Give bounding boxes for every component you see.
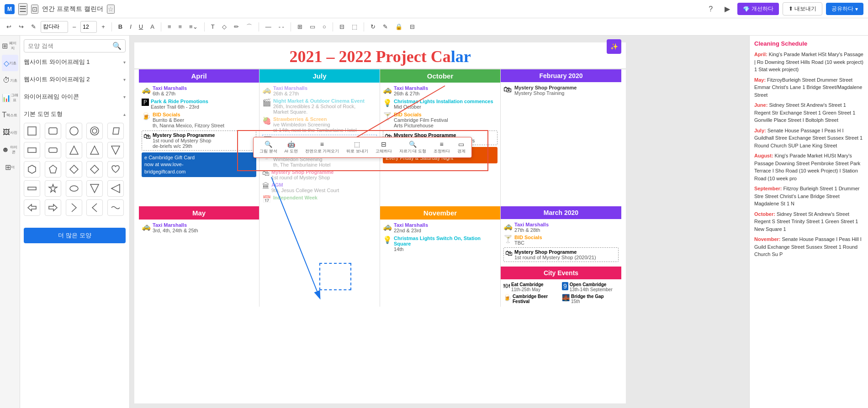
font-increase[interactable]: + xyxy=(99,21,108,32)
shape-parallelogram[interactable] xyxy=(107,123,124,139)
shape-triangle[interactable] xyxy=(66,142,82,158)
rotate-button[interactable]: ↻ xyxy=(368,21,378,32)
shape-triangle4[interactable] xyxy=(86,180,103,197)
shape-diamond[interactable] xyxy=(66,161,82,178)
shape-triangle3[interactable] xyxy=(107,142,124,158)
shape-wave[interactable] xyxy=(107,199,124,216)
city-event-2: 9 Open Cambridge13th-14th September xyxy=(562,282,619,292)
italic-button[interactable]: I xyxy=(127,21,134,32)
sidebar-more[interactable]: ⊞더 xyxy=(2,159,18,175)
font-selector[interactable] xyxy=(41,21,68,33)
city-event-3: 🍺 Cambridge Beer Festival xyxy=(503,294,560,304)
shape-square[interactable] xyxy=(24,123,40,139)
wireframe2-header[interactable]: 웹사이트 와이어프레임 2 ▾ xyxy=(24,73,126,85)
ai-draw-button[interactable]: 🤖 AI 도면 xyxy=(282,139,300,156)
send-back-button[interactable]: ⬚ 뒤로 보내기 xyxy=(344,139,370,156)
wireframe-icon-header[interactable]: 와이어프레임 아이콘 ▾ xyxy=(24,91,126,103)
more-button[interactable]: ⊟ xyxy=(407,21,418,32)
font-size[interactable] xyxy=(80,21,97,33)
font-decrease[interactable]: – xyxy=(70,21,79,32)
bring-forward-button[interactable]: ≡ 전면으로 가져오기 xyxy=(303,139,342,156)
load-more-button[interactable]: 더 많은 모양 xyxy=(24,228,126,243)
shape-rounded-rect2[interactable] xyxy=(45,142,61,158)
ai-icon: 🤖 xyxy=(287,141,295,148)
july-event-6: 🛍 Mystery Shop Programme1st round of Mys… xyxy=(262,169,377,180)
replace-button[interactable]: ⊟ 고체하다 xyxy=(373,139,394,156)
shape-star[interactable] xyxy=(45,180,61,197)
analyze-button[interactable]: 🔍 그림 분석 xyxy=(257,139,280,156)
shape-ring[interactable] xyxy=(86,123,103,139)
align-options-button[interactable]: ≡⌄ xyxy=(186,21,201,32)
window-button[interactable]: ⊡ xyxy=(31,5,38,14)
export-button[interactable]: ⬆ 내보내기 xyxy=(783,2,822,16)
sidebar-text[interactable]: T텍스트 xyxy=(2,107,18,123)
share-button[interactable]: 공유하다 ▾ xyxy=(826,3,863,15)
shape-ellipse[interactable] xyxy=(66,180,82,197)
shape-wide-rect[interactable] xyxy=(24,180,40,197)
play-button[interactable]: ▶ xyxy=(721,3,734,16)
rect-button[interactable]: ▭ xyxy=(307,21,318,32)
help-button[interactable]: ? xyxy=(704,3,717,16)
november-event-2: 💡 Christmas Lights Switch On, Station Sq… xyxy=(383,235,498,252)
line-button[interactable]: — xyxy=(263,21,274,32)
text-tool-button[interactable]: T xyxy=(208,21,217,32)
svg-point-2 xyxy=(70,127,78,135)
group-button[interactable]: ⬚ xyxy=(349,21,360,32)
shape-triangle2[interactable] xyxy=(86,142,103,158)
redo-button[interactable]: ↪ xyxy=(16,21,26,32)
shape-circle[interactable] xyxy=(66,123,82,139)
crop-button[interactable]: 🔍 자르기 대 도형 xyxy=(397,139,429,156)
shape-chevron-right[interactable] xyxy=(66,199,82,216)
dash-button[interactable]: - - xyxy=(276,21,287,32)
shape-hexagon[interactable] xyxy=(24,161,40,178)
undo-button[interactable]: ↩ xyxy=(4,21,14,32)
border-button[interactable]: ▭ 경계 xyxy=(455,139,468,156)
edit-button[interactable]: ✎ xyxy=(380,21,391,32)
shape-arrow-right[interactable] xyxy=(45,199,61,216)
align-center-button[interactable]: ≡ xyxy=(176,21,185,32)
menu-button[interactable]: ☰ xyxy=(18,3,27,15)
shape-heart[interactable] xyxy=(107,161,124,178)
sidebar-timeline[interactable]: ⏱기초 xyxy=(2,72,18,89)
month-may: May 🚕 Taxi Marshalls3rd, 4th, 24th & 25t… xyxy=(139,206,259,307)
sidebar-shapes[interactable]: ◇기초 xyxy=(2,55,18,71)
star-button[interactable]: ☆ xyxy=(107,5,115,14)
connector-button[interactable]: ⌒ xyxy=(243,21,255,33)
lock-button[interactable]: 🔒 xyxy=(392,21,405,32)
shape-diamond2[interactable] xyxy=(86,161,103,178)
shape-tool-button[interactable]: ◇ xyxy=(219,21,229,32)
arrange-button[interactable]: ⊟ xyxy=(337,21,347,32)
shape-rect2[interactable] xyxy=(24,142,40,158)
wireframe2-section: 웹사이트 와이어프레임 2 ▾ xyxy=(24,73,126,85)
table-button[interactable]: ⊞ xyxy=(295,21,305,32)
cleaning-april: April: King's Parade Market HSt Mary's P… xyxy=(754,51,863,73)
upgrade-icon: 💎 xyxy=(743,6,750,12)
shape-chevron-left[interactable] xyxy=(86,199,103,216)
analyze-icon: 🔍 xyxy=(265,141,272,148)
adjust-button[interactable]: ≡ 조정하다 xyxy=(431,139,452,156)
left-icon-bar: ⊞페이지 ◇기초 ⏱기초 📊그래프 T텍스트 🖼사진 ☻아이콘 ⊞더 xyxy=(0,36,20,408)
wireframe1-header[interactable]: 웹사이트 와이어프레임 1 ▾ xyxy=(24,56,126,68)
pen-button[interactable]: ✎ xyxy=(28,21,39,32)
bold-button[interactable]: B xyxy=(116,21,125,32)
svg-marker-5 xyxy=(113,128,119,134)
align-left-button[interactable]: ≡ xyxy=(165,21,174,32)
upgrade-button[interactable]: 💎 개선하다 xyxy=(737,3,779,15)
shape-rounded-rect[interactable] xyxy=(45,123,61,139)
search-input[interactable] xyxy=(28,42,112,49)
may-event-1: 🚕 Taxi Marshalls3rd, 4th, 24th & 25th xyxy=(142,222,256,233)
sidebar-pages[interactable]: ⊞페이지 xyxy=(2,37,18,54)
color-button[interactable]: A xyxy=(148,21,157,32)
draw-tool-button[interactable]: ✏ xyxy=(231,21,242,32)
basic-shapes-header[interactable]: 기본 도면 도형 ▴ xyxy=(24,108,126,120)
sidebar-graph[interactable]: 📊그래프 xyxy=(2,89,18,106)
shape-triangle5[interactable] xyxy=(107,180,124,197)
sidebar-image[interactable]: 🖼사진 xyxy=(2,124,18,141)
ellipse-button[interactable]: ○ xyxy=(320,21,329,32)
ai-canvas-button[interactable]: ✨ xyxy=(607,39,621,54)
canvas-area[interactable]: 2021 – 2022 Project Calar April 🚕 Taxi M… xyxy=(130,36,749,408)
shape-pentagon[interactable] xyxy=(45,161,61,178)
sidebar-icon[interactable]: ☻아이콘 xyxy=(2,141,18,158)
underline-button[interactable]: U xyxy=(136,21,146,32)
shape-arrow-left[interactable] xyxy=(24,199,40,216)
